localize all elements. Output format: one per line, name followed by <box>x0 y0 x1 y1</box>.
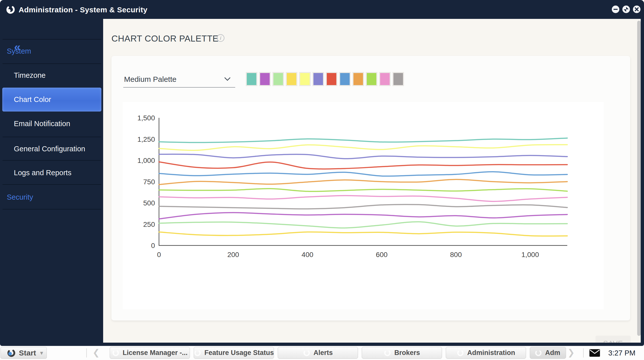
page-title: CHART COLOR PALETTE <box>111 33 219 44</box>
x-tick-label: 1,000 <box>521 251 539 259</box>
chart-line-gray <box>159 204 567 209</box>
x-tick-label: 0 <box>157 251 161 259</box>
start-button[interactable]: Start ▾ <box>1 347 47 359</box>
scroll-right-icon[interactable]: ❯ <box>568 347 575 357</box>
maximize-button[interactable] <box>622 5 630 14</box>
ghost-logo-icon <box>194 349 201 357</box>
sidebar: « System Timezone Chart Color Email Noti… <box>0 19 103 346</box>
app-logo-icon <box>6 5 16 15</box>
palette-swatch-3[interactable] <box>272 72 284 86</box>
taskbar-button-label: Feature Usage Status <box>204 349 274 357</box>
palette-swatch-11[interactable] <box>379 72 391 86</box>
x-tick-label: 200 <box>227 251 239 259</box>
ghost-logo-icon <box>457 349 464 357</box>
y-tick-label: 750 <box>143 178 155 186</box>
chart-line-light-green <box>159 222 567 228</box>
save-button[interactable]: SAVE <box>595 336 631 343</box>
close-button[interactable] <box>632 5 641 14</box>
x-tick-label: 800 <box>450 251 462 259</box>
palette-swatch-9[interactable] <box>352 72 364 86</box>
taskbar-button-administration-active[interactable]: Adm <box>530 347 566 359</box>
divider <box>3 184 101 185</box>
ghost-logo-icon <box>112 349 119 357</box>
chart-line-blue <box>159 172 567 176</box>
window-title: Administration - System & Security <box>19 6 147 14</box>
sidebar-item-logs-and-reports[interactable]: Logs and Reports <box>14 169 71 177</box>
chart-line-teal <box>159 138 567 142</box>
start-caret-icon: ▾ <box>40 349 43 356</box>
sidebar-item-system[interactable]: System <box>7 47 31 55</box>
sidebar-item-general-configuration[interactable]: General Configuration <box>14 145 85 153</box>
palette-swatch-1[interactable] <box>246 72 257 86</box>
palette-swatch-5[interactable] <box>299 72 311 86</box>
palette-select[interactable]: Medium Palette <box>123 71 235 88</box>
sidebar-item-chart-color[interactable]: Chart Color <box>2 88 101 112</box>
x-tick-label: 400 <box>302 251 313 259</box>
sidebar-item-label: Chart Color <box>14 95 51 104</box>
scroll-left-icon[interactable]: ❮ <box>93 347 100 357</box>
taskbar-button-label: Administration <box>467 349 515 357</box>
palette-swatch-7[interactable] <box>326 72 337 86</box>
palette-swatch-2[interactable] <box>259 72 271 86</box>
app-window: Administration - System & Security « Sys… <box>0 0 644 346</box>
taskbar-divider <box>583 348 584 357</box>
divider <box>3 160 101 161</box>
palette-select-value: Medium Palette <box>124 75 176 84</box>
taskbar-button-label: Alerts <box>313 349 333 357</box>
mail-icon[interactable] <box>589 349 600 357</box>
chart-line-pink <box>159 196 567 201</box>
palette-swatch-4[interactable] <box>286 72 297 86</box>
taskbar-button-label: Adm <box>545 349 560 357</box>
chart-line-slate-blue <box>159 154 567 159</box>
minimize-button[interactable] <box>611 5 620 14</box>
x-tick-label: 600 <box>376 251 388 259</box>
ghost-logo-icon <box>535 349 542 357</box>
sidebar-item-timezone[interactable]: Timezone <box>14 71 46 80</box>
info-icon[interactable]: i <box>217 34 224 42</box>
y-tick-label: 0 <box>151 242 155 249</box>
palette-swatch-8[interactable] <box>339 72 351 86</box>
palette-swatch-10[interactable] <box>366 72 377 86</box>
y-tick-label: 1,000 <box>137 157 155 164</box>
chart-line-orchid <box>159 212 567 219</box>
window-controls <box>611 5 641 14</box>
y-tick-label: 1,500 <box>137 114 155 122</box>
divider <box>3 137 101 137</box>
taskbar-button-administration[interactable]: Administration <box>446 347 526 359</box>
palette-swatch-12[interactable] <box>392 72 404 86</box>
y-tick-label: 250 <box>143 221 155 228</box>
taskbar-button-feature-usage-status[interactable]: Feature Usage Status <box>194 347 274 359</box>
chart-line-yellow-green <box>159 189 567 191</box>
divider <box>3 63 101 64</box>
chart-line-red <box>159 162 567 169</box>
taskbar-button-brokers[interactable]: Brokers <box>362 347 442 359</box>
sidebar-item-security[interactable]: Security <box>7 193 33 201</box>
title-bar: Administration - System & Security <box>0 0 644 19</box>
chart-line-orange <box>159 179 567 185</box>
chart-preview: 02505007501,0001,2501,50002004006008001,… <box>123 102 604 309</box>
taskbar: Start ▾ ❮ License Manager -... Feature U… <box>0 346 644 360</box>
chart-line-yellow <box>159 232 567 236</box>
chart-canvas: 02505007501,0001,2501,50002004006008001,… <box>123 102 604 309</box>
vertical-scrollbar[interactable] <box>637 21 641 336</box>
taskbar-button-license-manager[interactable]: License Manager -... <box>110 347 190 359</box>
taskbar-button-label: License Manager -... <box>123 349 187 357</box>
y-tick-label: 500 <box>143 199 155 207</box>
ghost-logo-icon <box>384 349 391 357</box>
palette-swatch-6[interactable] <box>312 72 324 86</box>
chart-color-card: Medium Palette 02505007501,0001,2501,500… <box>111 56 630 320</box>
main-content: CHART COLOR PALETTE i Medium Palette 025… <box>103 19 641 343</box>
y-tick-label: 1,250 <box>137 135 155 143</box>
sidebar-item-email-notification[interactable]: Email Notification <box>14 120 70 128</box>
divider <box>3 39 101 40</box>
taskbar-button-alerts[interactable]: Alerts <box>278 347 358 359</box>
divider <box>3 209 101 209</box>
start-logo-icon <box>7 348 16 357</box>
taskbar-divider <box>86 348 87 357</box>
taskbar-clock: 3:27 PM <box>608 349 635 357</box>
ghost-logo-icon <box>303 349 310 357</box>
chart-line-light-yellow <box>159 145 567 150</box>
taskbar-button-label: Brokers <box>394 349 420 357</box>
chevron-down-icon <box>224 77 231 81</box>
start-label: Start <box>19 349 36 357</box>
